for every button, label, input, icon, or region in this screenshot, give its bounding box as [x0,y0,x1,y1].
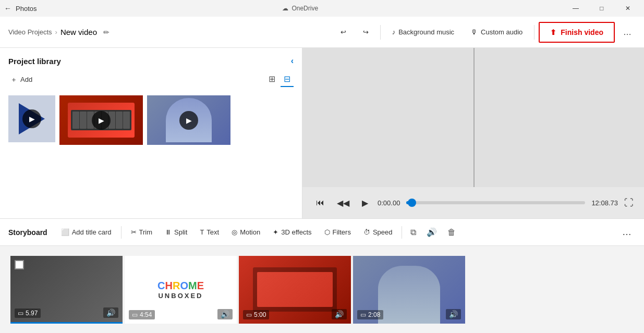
storyboard-section: Storyboard ⬜ Add title card ✂ Trim ⏸ Spl… [0,218,644,333]
undo-button[interactable]: ↩ [335,25,351,39]
toolbar-center: ↩ ↪ ♪ Background music 🎙 Custom audio [335,25,535,40]
add-title-card-label: Add title card [72,228,112,236]
motion-label: Motion [240,228,260,236]
audio-icon: 🎙 [471,28,478,36]
storyboard-items: ▭ 5.97 🔊 C H R O M E UNBOXED ▭ 4:54 [0,246,644,333]
text-icon: T [200,228,204,236]
delete-button[interactable]: 🗑 [443,225,460,240]
background-music-label: Background music [398,28,454,36]
media-item[interactable]: ▶ [147,95,230,145]
fullscreen-button[interactable]: ⛶ [624,198,634,208]
storyboard-label: Storyboard [8,228,47,237]
storyboard-toolbar: Storyboard ⬜ Add title card ✂ Trim ⏸ Spl… [0,219,644,246]
storyboard-clip-2[interactable]: C H R O M E UNBOXED ▭ 4:54 🔊 [125,256,237,324]
clip-checkbox-1[interactable] [15,260,24,269]
clip-duration-2: ▭ 4:54 [129,310,155,319]
progress-bar[interactable] [406,201,585,204]
back-icon[interactable]: ← [4,4,11,13]
close-button[interactable]: ✕ [616,0,640,17]
title-bar: ← Photos ☁ OneDrive — □ ✕ [0,0,644,17]
motion-icon: ◎ [232,228,237,236]
storyboard-clip-3[interactable]: ▭ 5:00 🔊 [239,256,351,324]
progress-handle[interactable] [408,199,416,207]
sb-divider-2 [402,226,402,239]
toolbar-divider-2 [534,25,534,40]
title-card-icon: ⬜ [61,228,69,236]
add-title-card-button[interactable]: ⬜ Add title card [56,225,117,239]
play-icon: ▶ [186,116,192,125]
clip-icon-2: ▭ [132,311,138,318]
storyboard-clip-4[interactable]: ▭ 2:08 🔊 [353,256,465,324]
chrome-h: H [165,280,172,292]
motion-button[interactable]: ◎ Motion [226,225,265,239]
undo-icon: ↩ [341,28,346,36]
finish-video-button[interactable]: ⬆ Finish video [539,22,615,43]
speed-icon: ⏱ [363,228,370,236]
add-label: Add [20,76,32,83]
clip-audio-3: 🔊 [332,309,347,319]
cloud-icon: ☁ [282,5,288,12]
library-toolbar: ＋ Add ⊞ ⊟ [0,70,302,91]
split-button[interactable]: ⏸ Split [160,225,192,239]
clip-duration-3: ▭ 5:00 [243,310,269,319]
edit-title-icon[interactable]: ✏ [101,26,112,39]
text-button[interactable]: T Text [195,225,224,239]
redo-button[interactable]: ↪ [358,25,374,39]
split-icon: ⏸ [165,228,172,236]
storyboard-more-button[interactable]: … [618,225,636,240]
chrome-e: E [197,280,204,292]
rewind-button[interactable]: ◀◀ [334,196,353,210]
clip-duration-value-4: 2:08 [368,311,380,318]
view-toggle: ⊞ ⊟ [265,72,294,87]
chrome-m: M [188,280,197,292]
play-icon: ▶ [99,116,104,125]
filters-label: Filters [333,228,351,236]
onedrive-label: OneDrive [291,5,318,12]
custom-audio-button[interactable]: 🎙 Custom audio [466,25,528,39]
add-media-button[interactable]: ＋ Add [8,73,34,87]
grid-view-button[interactable]: ⊞ [265,72,278,87]
breadcrumb: Video Projects › New video [8,28,97,36]
trim-button[interactable]: ✂ Trim [126,225,158,239]
play-button[interactable]: ▶ [359,196,371,210]
rewind-frame-button[interactable]: ⏮ [313,196,327,209]
3d-effects-label: 3D effects [281,228,311,236]
music-icon: ♪ [392,28,396,36]
play-icon: ▶ [29,115,35,123]
minimize-button[interactable]: — [564,0,588,17]
toolbar-left: Video Projects › New video ✏ [8,26,331,39]
background-music-button[interactable]: ♪ Background music [387,25,459,39]
custom-audio-label: Custom audio [481,28,523,36]
unboxed-text: UNBOXED [158,292,203,300]
list-view-button[interactable]: ⊟ [281,72,294,87]
filters-button[interactable]: ⬡ Filters [319,225,356,239]
toolbar-right: ⬆ Finish video … [539,22,636,43]
more-options-button[interactable]: … [619,24,636,40]
audio-track-button[interactable]: 🔊 [422,224,441,240]
media-item[interactable]: ▶ [59,95,143,145]
chrome-r: R [173,280,180,292]
storyboard-clip-1[interactable]: ▭ 5.97 🔊 [10,256,123,324]
collapse-panel-button[interactable]: ‹ [291,56,294,66]
plus-icon: ＋ [10,75,17,84]
speed-label: Speed [373,228,393,236]
clip-duration-1: ▭ 5.97 [15,309,41,318]
clip-audio-1: 🔊 [103,307,118,318]
trim-icon: ✂ [131,228,137,236]
3d-effects-button[interactable]: ✦ 3D effects [268,225,317,239]
timeline-marker [473,48,475,187]
trim-label: Trim [139,228,153,236]
play-overlay[interactable]: ▶ [92,111,111,130]
media-item[interactable]: ▶ [8,95,55,142]
window-controls: — □ ✕ [564,0,640,17]
maximize-button[interactable]: □ [590,0,614,17]
app-title: Photos [16,5,37,13]
project-library-panel: Project library ‹ ＋ Add ⊞ ⊟ ▶ [0,48,302,218]
play-overlay[interactable]: ▶ [179,111,198,130]
split-label: Split [174,228,187,236]
speed-button[interactable]: ⏱ Speed [358,225,398,239]
duplicate-button[interactable]: ⧉ [406,225,420,240]
breadcrumb-parent[interactable]: Video Projects [8,28,52,36]
clip-icon-1: ▭ [18,310,23,317]
preview-video [302,48,644,187]
